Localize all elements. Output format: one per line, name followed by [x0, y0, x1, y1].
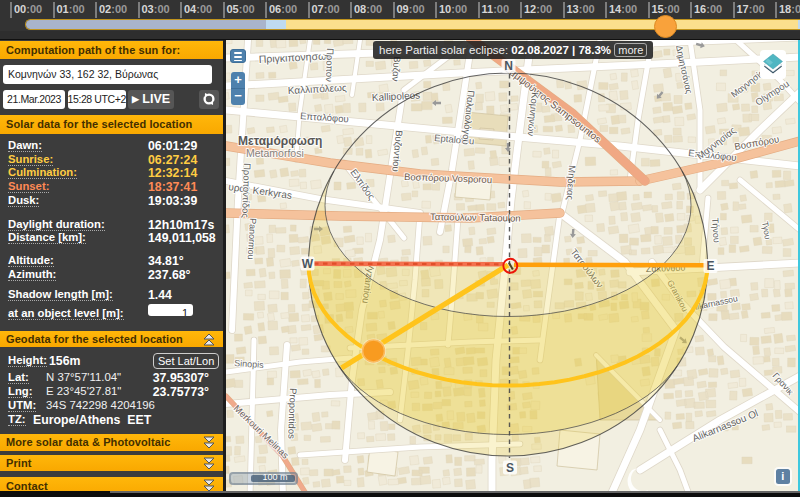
svg-text:S: S [506, 461, 514, 475]
svg-text:Προποντίδος: Προποντίδος [240, 163, 253, 219]
svg-text:Βυζαν: Βυζαν [390, 56, 403, 82]
svg-text:W: W [302, 257, 314, 271]
svg-text:N: N [504, 59, 513, 73]
svg-text:Propontidos: Propontidos [286, 388, 299, 439]
svg-text:E: E [706, 259, 714, 273]
svg-text:Sinopis: Sinopis [234, 358, 265, 370]
svg-text:Ταταούλων Tataoulon: Ταταούλων Tataoulon [430, 211, 521, 224]
svg-text:Τήνου: Τήνου [710, 217, 722, 243]
svg-text:Μεταμόρφωση: Μεταμόρφωση [238, 134, 322, 148]
svg-text:Metamorfosi: Metamorfosi [246, 147, 304, 159]
svg-text:Προπον: Προπον [324, 48, 336, 82]
